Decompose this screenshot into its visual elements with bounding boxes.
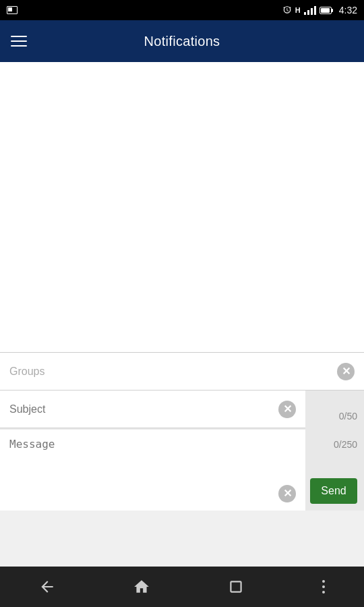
thumbnail-icon	[7, 6, 18, 14]
send-button[interactable]: Send	[310, 478, 357, 504]
subject-char-count: 0/50	[339, 411, 357, 422]
groups-label: Groups	[9, 366, 44, 378]
h-signal-icon: H	[295, 6, 301, 14]
groups-row[interactable]: Groups ✕	[0, 353, 364, 391]
status-bar-left	[7, 6, 18, 14]
right-column: 0/50 0/250 Send	[307, 391, 364, 511]
subject-clear-button[interactable]: ✕	[278, 401, 296, 418]
notifications-list	[0, 62, 364, 352]
recent-apps-button[interactable]	[227, 578, 245, 596]
compose-panel: Groups ✕ ✕ ✕	[0, 352, 364, 511]
svg-point-3	[322, 591, 325, 594]
form-inputs: ✕ ✕	[0, 391, 305, 511]
subject-row: ✕	[0, 391, 305, 428]
message-clear-button[interactable]: ✕	[278, 485, 296, 502]
nav-bar	[0, 567, 364, 607]
page-title: Notifications	[144, 34, 220, 49]
signal-bars-icon	[304, 5, 316, 15]
groups-clear-button[interactable]: ✕	[337, 363, 355, 380]
subject-input[interactable]	[9, 403, 278, 415]
svg-point-1	[322, 580, 325, 583]
home-button[interactable]	[133, 578, 150, 596]
alarm-icon	[282, 5, 292, 15]
message-input[interactable]	[9, 438, 296, 485]
status-bar: H 4:32	[0, 0, 364, 20]
battery-icon	[320, 7, 333, 14]
app-bar: Notifications	[0, 20, 364, 62]
status-time: 4:32	[339, 5, 357, 16]
back-button[interactable]	[38, 578, 56, 596]
svg-rect-0	[231, 581, 241, 591]
message-area: ✕	[0, 430, 305, 511]
status-icons: H 4:32	[282, 5, 357, 16]
more-options-button[interactable]	[322, 578, 326, 596]
hamburger-menu-button[interactable]	[11, 36, 27, 47]
message-char-count: 0/250	[334, 439, 357, 450]
svg-point-2	[322, 585, 325, 588]
